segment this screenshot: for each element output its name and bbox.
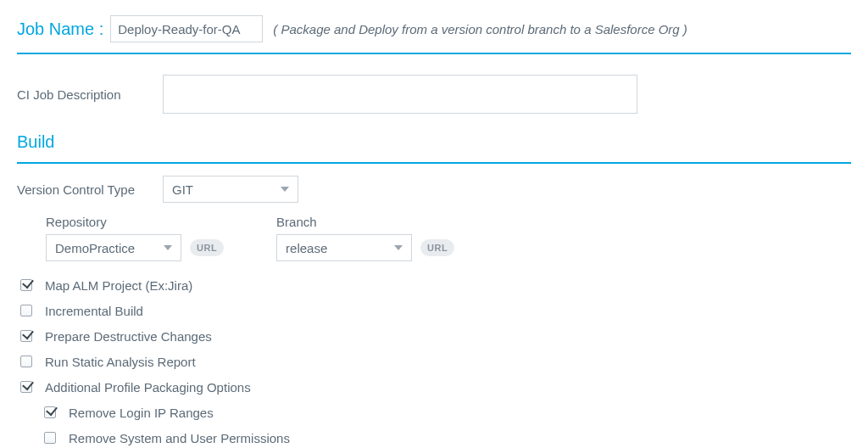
check-prepare-destructive[interactable]: Prepare Destructive Changes	[17, 328, 851, 344]
check-incremental-build[interactable]: Incremental Build	[17, 302, 851, 319]
branch-column: Branch release URL	[276, 215, 454, 261]
branch-label: Branch	[276, 215, 454, 229]
check-prepare-destructive-label: Prepare Destructive Changes	[45, 329, 212, 344]
check-prepare-destructive-box[interactable]	[20, 330, 32, 342]
check-remove-login-ip-label: Remove Login IP Ranges	[69, 406, 214, 420]
check-static-analysis[interactable]: Run Static Analysis Report	[17, 353, 851, 370]
branch-value: release	[286, 241, 327, 255]
repository-value: DemoPractice	[55, 241, 135, 255]
job-name-input[interactable]	[110, 15, 263, 42]
version-control-type-label: Version Control Type	[17, 182, 163, 197]
version-control-type-value: GIT	[172, 182, 193, 197]
check-static-analysis-label: Run Static Analysis Report	[45, 355, 196, 369]
build-options-list: Map ALM Project (Ex:Jira) Incremental Bu…	[17, 277, 851, 448]
check-remove-login-ip-box[interactable]	[44, 406, 56, 418]
repository-select[interactable]: DemoPractice	[46, 234, 181, 261]
check-additional-profile[interactable]: Additional Profile Packaging Options	[17, 378, 851, 395]
check-remove-permissions-label: Remove System and User Permissions	[69, 431, 290, 445]
section-divider-build	[17, 162, 851, 164]
job-name-description: ( Package and Deploy from a version cont…	[273, 22, 687, 36]
check-incremental-build-label: Incremental Build	[45, 304, 143, 318]
check-map-alm-box[interactable]	[20, 279, 32, 291]
ci-job-description-input[interactable]	[163, 75, 637, 114]
repository-column: Repository DemoPractice URL	[46, 215, 224, 261]
job-name-row: Job Name : ( Package and Deploy from a v…	[17, 15, 851, 42]
job-name-label: Job Name :	[17, 20, 103, 39]
check-remove-permissions-box[interactable]	[44, 432, 56, 444]
version-control-type-select[interactable]: GIT	[163, 176, 298, 203]
check-remove-permissions[interactable]: Remove System and User Permissions	[41, 429, 851, 446]
caret-down-icon	[164, 245, 172, 250]
check-remove-login-ip[interactable]: Remove Login IP Ranges	[41, 404, 851, 421]
caret-down-icon	[281, 187, 289, 192]
ci-job-description-row: CI Job Description	[17, 75, 851, 114]
repository-url-chip[interactable]: URL	[190, 239, 224, 256]
check-additional-profile-box[interactable]	[20, 381, 32, 393]
check-static-analysis-box[interactable]	[20, 356, 32, 367]
branch-select[interactable]: release	[276, 234, 412, 261]
version-control-type-row: Version Control Type GIT	[17, 176, 851, 203]
build-heading: Build	[17, 132, 851, 152]
section-divider-top	[17, 53, 851, 54]
branch-url-chip[interactable]: URL	[420, 239, 454, 256]
caret-down-icon	[394, 245, 403, 250]
check-additional-profile-label: Additional Profile Packaging Options	[45, 380, 251, 395]
check-map-alm[interactable]: Map ALM Project (Ex:Jira)	[17, 277, 851, 294]
repository-label: Repository	[46, 215, 224, 229]
repo-branch-row: Repository DemoPractice URL Branch relea…	[46, 215, 851, 261]
ci-job-description-label: CI Job Description	[17, 87, 163, 102]
check-incremental-build-box[interactable]	[20, 305, 32, 316]
check-map-alm-label: Map ALM Project (Ex:Jira)	[45, 278, 192, 293]
